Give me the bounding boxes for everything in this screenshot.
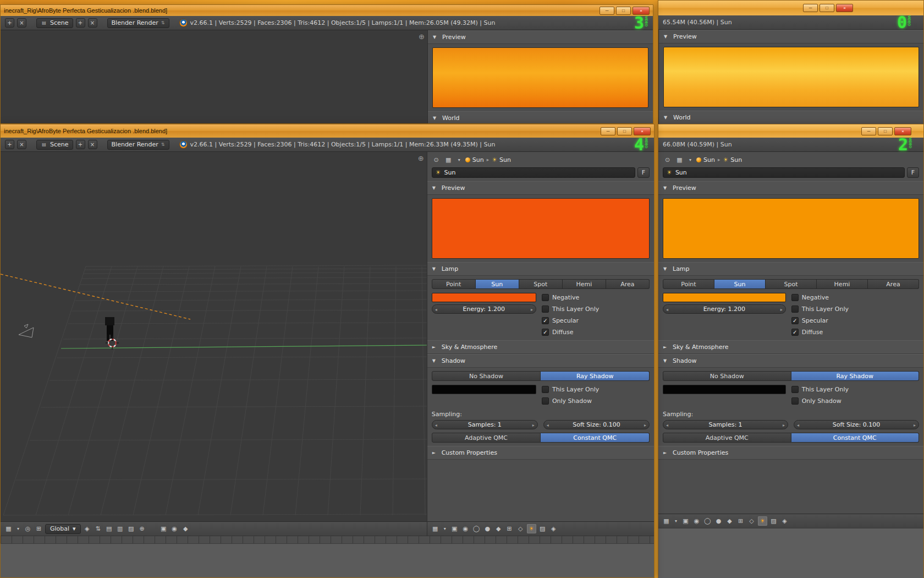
slider-right-arrow-icon[interactable]: ▸ <box>532 422 535 427</box>
constant-qmc-button[interactable]: Constant QMC <box>791 433 920 443</box>
adaptive-qmc-button[interactable]: Adaptive QMC <box>663 433 791 443</box>
slider-left-arrow-icon[interactable]: ◂ <box>547 422 549 427</box>
slider-right-arrow-icon[interactable]: ▸ <box>531 307 533 312</box>
energy-slider[interactable]: ◂ Energy: 1.200 ▸ <box>663 304 786 314</box>
titlebar[interactable]: inecraft_Rig\AfroByte Perfecta Gesticual… <box>1 124 654 138</box>
only-shadow-checkbox[interactable] <box>791 397 799 405</box>
scene-unlink-button[interactable]: × <box>88 140 97 149</box>
close-button[interactable]: × <box>634 127 651 135</box>
tab-material-icon[interactable]: ◇ <box>516 524 525 533</box>
preview-panel-header[interactable]: ▼ Preview <box>427 181 654 195</box>
minimize-button[interactable]: ─ <box>861 127 876 135</box>
ray-shadow-button[interactable]: Ray Shadow <box>541 371 650 381</box>
shadow-panel-header[interactable]: ▼ Shadow <box>658 354 923 368</box>
lamp-type-hemi-button[interactable]: Hemi <box>817 279 868 289</box>
lamp-type-sun-button[interactable]: Sun <box>714 279 766 289</box>
tab-material-icon[interactable]: ◇ <box>747 516 756 526</box>
tab-scene-icon[interactable]: ◉ <box>692 516 701 526</box>
no-shadow-button[interactable]: No Shadow <box>663 371 791 381</box>
tab-object-data-icon[interactable]: ☀ <box>758 516 767 526</box>
ray-shadow-button[interactable]: Ray Shadow <box>791 371 920 381</box>
minimize-button[interactable]: ─ <box>601 127 615 135</box>
lamp-type-spot-button[interactable]: Spot <box>766 279 817 289</box>
samples-slider[interactable]: ◂ Samples: 1 ▸ <box>663 420 788 429</box>
scene-unlink-button[interactable]: × <box>88 18 97 28</box>
sky-atmosphere-panel-header[interactable]: ► Sky & Atmosphere <box>427 340 654 354</box>
pin-icon[interactable]: ⊙ <box>663 155 672 165</box>
slider-left-arrow-icon[interactable]: ◂ <box>435 307 437 312</box>
proportional-edit-icon[interactable]: ◆ <box>181 524 190 533</box>
custom-properties-panel-header[interactable]: ► Custom Properties <box>658 446 923 460</box>
world-panel-header[interactable]: ▼ World <box>659 111 923 124</box>
screen-close-button[interactable]: × <box>17 18 26 28</box>
viewport-3d[interactable]: ⊕ <box>1 152 427 536</box>
screen-close-button[interactable]: × <box>17 140 26 149</box>
constant-qmc-button[interactable]: Constant QMC <box>541 433 650 443</box>
breadcrumb-object[interactable]: Sun <box>465 156 484 163</box>
scene-selector[interactable]: ▤ Scene <box>36 18 73 28</box>
transform-orientation-select[interactable]: Global ▾ <box>45 524 81 534</box>
tab-physics-icon[interactable]: ◈ <box>780 516 789 526</box>
editor-type-icon[interactable]: ▦ <box>675 155 684 165</box>
dropdown-arrow-icon[interactable]: ▾ <box>673 516 679 526</box>
shading-icon[interactable]: ⊞ <box>34 524 43 533</box>
lamp-color-swatch[interactable] <box>432 293 536 302</box>
tab-physics-icon[interactable]: ◈ <box>549 524 558 533</box>
dropdown-arrow-icon[interactable]: ▾ <box>456 155 463 165</box>
slider-left-arrow-icon[interactable]: ◂ <box>666 422 668 427</box>
viewport-3d[interactable]: ⊕ <box>1 30 427 123</box>
lamp-type-hemi-button[interactable]: Hemi <box>563 279 606 289</box>
maximize-button[interactable]: □ <box>878 127 893 135</box>
scene-add-button[interactable]: + <box>76 140 85 149</box>
lamp-type-area-button[interactable]: Area <box>868 279 919 289</box>
titlebar[interactable]: inecraft_Rig\AfroByte Perfecta Gesticual… <box>1 5 653 16</box>
render-engine-select[interactable]: Blender Render ⇅ <box>107 140 169 150</box>
maximize-button[interactable]: □ <box>616 7 631 15</box>
tab-texture-icon[interactable]: ▨ <box>538 524 547 533</box>
maximize-button[interactable]: □ <box>617 127 632 135</box>
tab-world-icon[interactable]: ◯ <box>472 524 481 533</box>
diffuse-checkbox[interactable]: ✓ <box>791 329 799 336</box>
lamp-type-area-button[interactable]: Area <box>606 279 650 289</box>
tab-modifiers-icon[interactable]: ⊞ <box>736 516 745 526</box>
tab-object-icon[interactable]: ● <box>483 524 492 533</box>
sky-atmosphere-panel-header[interactable]: ► Sky & Atmosphere <box>658 340 923 354</box>
render-engine-select[interactable]: Blender Render ⇅ <box>107 18 169 28</box>
slider-right-arrow-icon[interactable]: ▸ <box>644 422 646 427</box>
specular-checkbox[interactable]: ✓ <box>542 317 549 324</box>
close-button[interactable]: × <box>632 7 650 15</box>
minimize-button[interactable]: ─ <box>803 4 818 12</box>
shadow-color-swatch[interactable] <box>663 385 786 394</box>
dropdown-arrow-icon[interactable]: ▾ <box>442 524 448 533</box>
slider-right-arrow-icon[interactable]: ▸ <box>783 422 785 427</box>
editor-type-icon[interactable]: ▦ <box>662 516 671 526</box>
render-anim-icon[interactable]: ◉ <box>170 524 179 533</box>
soft-size-slider[interactable]: ◂ Soft Size: 0.100 ▸ <box>794 420 919 429</box>
lamp-type-point-button[interactable]: Point <box>432 279 476 289</box>
lock-icon[interactable]: ▥ <box>116 524 125 533</box>
slider-left-arrow-icon[interactable]: ◂ <box>797 422 799 427</box>
slider-right-arrow-icon[interactable]: ▸ <box>780 307 783 312</box>
shadow-this-layer-only-checkbox[interactable] <box>791 386 799 393</box>
tab-constraints-icon[interactable]: ◆ <box>725 516 734 526</box>
timeline-editor[interactable] <box>1 536 654 577</box>
tab-constraints-icon[interactable]: ◆ <box>494 524 503 533</box>
lamp-panel-header[interactable]: ▼ Lamp <box>658 262 923 276</box>
snap-icon[interactable]: ▨ <box>127 524 136 533</box>
scene-add-button[interactable]: + <box>76 18 85 28</box>
this-layer-only-checkbox[interactable] <box>542 306 549 313</box>
energy-slider[interactable]: ◂ Energy: 1.200 ▸ <box>432 304 536 314</box>
dropdown-arrow-icon[interactable]: ▾ <box>687 155 694 165</box>
pivot-icon[interactable]: ◈ <box>82 524 92 533</box>
custom-properties-panel-header[interactable]: ► Custom Properties <box>427 446 654 460</box>
negative-checkbox[interactable] <box>542 294 549 301</box>
preview-panel-header[interactable]: ▼ Preview <box>658 181 923 195</box>
tab-texture-icon[interactable]: ▨ <box>769 516 778 526</box>
slider-left-arrow-icon[interactable]: ◂ <box>435 422 437 427</box>
adaptive-qmc-button[interactable]: Adaptive QMC <box>432 433 541 443</box>
pin-icon[interactable]: ⊙ <box>432 155 441 165</box>
breadcrumb-data[interactable]: ☀ Sun <box>492 156 511 163</box>
tab-modifiers-icon[interactable]: ⊞ <box>505 524 514 533</box>
shadow-panel-header[interactable]: ▼ Shadow <box>427 354 654 368</box>
scene-selector[interactable]: ▤ Scene <box>36 140 73 150</box>
